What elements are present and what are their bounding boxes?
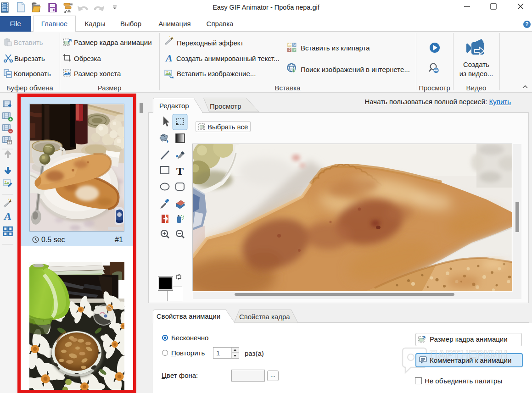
svg-text:A: A — [165, 52, 173, 64]
svg-text:T: T — [176, 165, 184, 177]
svg-text:A: A — [3, 210, 11, 222]
